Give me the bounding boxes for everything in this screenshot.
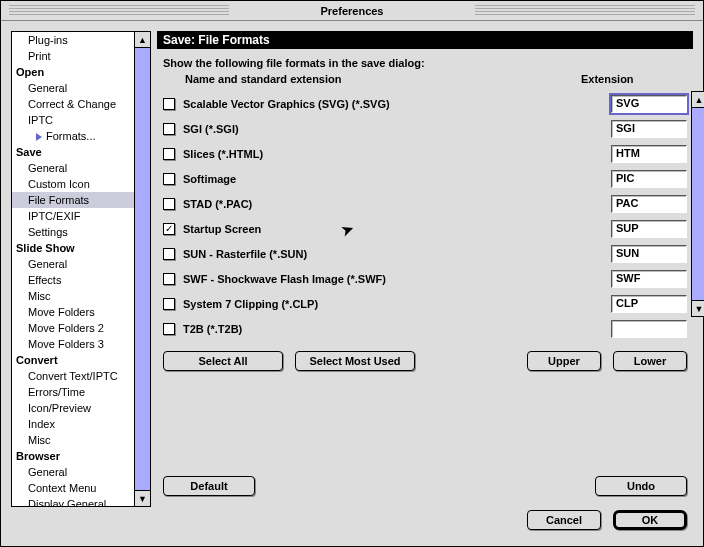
sidebar-item-label: Correct & Change [28, 98, 116, 110]
sidebar-category[interactable]: Save [12, 144, 134, 160]
sidebar-item[interactable]: Move Folders 3 [12, 336, 134, 352]
format-row: SUN - Rasterfile (*.SUN)SUN [163, 241, 687, 266]
sidebar-item-label: Move Folders [28, 306, 95, 318]
column-headers: Name and standard extension Extension [157, 73, 693, 91]
disclosure-triangle-icon [36, 133, 42, 141]
sidebar-item[interactable]: File Formats [12, 192, 134, 208]
sidebar-category[interactable]: Slide Show [12, 240, 134, 256]
format-checkbox[interactable] [163, 198, 175, 210]
sidebar-item[interactable]: Move Folders 2 [12, 320, 134, 336]
sidebar-item[interactable]: General [12, 160, 134, 176]
sidebar-item[interactable]: Effects [12, 272, 134, 288]
sidebar-item-label: General [28, 82, 67, 94]
format-checkbox[interactable] [163, 323, 175, 335]
sidebar-item-label: Move Folders 2 [28, 322, 104, 334]
sidebar-item-label: Convert Text/IPTC [28, 370, 118, 382]
category-sidebar[interactable]: Plug-insPrintOpenGeneralCorrect & Change… [11, 31, 135, 507]
ok-button[interactable]: OK [613, 510, 687, 530]
sidebar-item[interactable]: General [12, 80, 134, 96]
select-all-button[interactable]: Select All [163, 351, 283, 371]
sidebar-item[interactable]: Icon/Preview [12, 400, 134, 416]
sidebar-category[interactable]: Browser [12, 448, 134, 464]
sidebar-item[interactable]: General [12, 464, 134, 480]
format-checkbox[interactable] [163, 173, 175, 185]
sidebar-item[interactable]: IPTC/EXIF [12, 208, 134, 224]
list-scroll-up[interactable]: ▲ [692, 92, 704, 108]
sidebar-item-label: Errors/Time [28, 386, 85, 398]
upper-button[interactable]: Upper [527, 351, 601, 371]
extension-input[interactable]: SWF [611, 270, 687, 288]
sidebar-item[interactable]: Settings [12, 224, 134, 240]
sidebar-item-label: Display General [28, 498, 106, 507]
sidebar-item-label: Formats... [46, 130, 96, 142]
extension-input[interactable] [611, 320, 687, 338]
format-checkbox[interactable] [163, 148, 175, 160]
sidebar-item[interactable]: Print [12, 48, 134, 64]
format-checkbox[interactable] [163, 123, 175, 135]
extension-input[interactable]: CLP [611, 295, 687, 313]
format-checkbox[interactable] [163, 273, 175, 285]
sidebar-item[interactable]: Plug-ins [12, 32, 134, 48]
format-label: SUN - Rasterfile (*.SUN) [183, 248, 603, 260]
sidebar-scroll-down[interactable]: ▼ [135, 490, 150, 506]
sidebar-item[interactable]: Convert Text/IPTC [12, 368, 134, 384]
extension-input[interactable]: SVG [611, 95, 687, 113]
extension-input[interactable]: SUP [611, 220, 687, 238]
sidebar-scroll-up[interactable]: ▲ [135, 32, 150, 48]
list-scroll-down[interactable]: ▼ [692, 300, 704, 316]
format-row: SoftimagePIC [163, 166, 687, 191]
sidebar-item-label: IPTC/EXIF [28, 210, 81, 222]
format-label: SWF - Shockwave Flash Image (*.SWF) [183, 273, 603, 285]
sidebar-category[interactable]: Open [12, 64, 134, 80]
sidebar-item[interactable]: Errors/Time [12, 384, 134, 400]
sidebar-item[interactable]: General [12, 256, 134, 272]
sidebar-item[interactable]: Move Folders [12, 304, 134, 320]
extension-input[interactable]: HTM [611, 145, 687, 163]
extension-input[interactable]: PIC [611, 170, 687, 188]
extension-input[interactable]: SUN [611, 245, 687, 263]
sidebar-item[interactable]: Custom Icon [12, 176, 134, 192]
window-titlebar[interactable]: Preferences [1, 1, 703, 21]
sidebar-scrollbar[interactable]: ▲ ▼ [135, 31, 151, 507]
select-most-used-button[interactable]: Select Most Used [295, 351, 415, 371]
format-checkbox[interactable] [163, 248, 175, 260]
sidebar-category[interactable]: Convert [12, 352, 134, 368]
format-label: SGI (*.SGI) [183, 123, 603, 135]
extension-input[interactable]: PAC [611, 195, 687, 213]
sidebar-item[interactable]: Context Menu [12, 480, 134, 496]
sidebar-item-label: Plug-ins [28, 34, 68, 46]
sidebar-item-label: Misc [28, 290, 51, 302]
sidebar-item[interactable]: Misc [12, 288, 134, 304]
undo-button[interactable]: Undo [595, 476, 687, 496]
sidebar-item[interactable]: Display General [12, 496, 134, 507]
sidebar-item[interactable]: Formats... [12, 128, 134, 144]
sidebar-scroll-track[interactable] [135, 48, 150, 490]
cancel-button[interactable]: Cancel [527, 510, 601, 530]
sidebar-item-label: Settings [28, 226, 68, 238]
lower-button[interactable]: Lower [613, 351, 687, 371]
format-label: T2B (*.T2B) [183, 323, 603, 335]
sidebar-item[interactable]: Correct & Change [12, 96, 134, 112]
extension-input[interactable]: SGI [611, 120, 687, 138]
format-row: Scalable Vector Graphics (SVG) (*.SVG)SV… [163, 91, 687, 116]
default-button[interactable]: Default [163, 476, 255, 496]
sidebar-item-label: Print [28, 50, 51, 62]
format-checkbox[interactable] [163, 98, 175, 110]
format-list-scrollbar[interactable]: ▲ ▼ [691, 91, 704, 317]
sidebar-item[interactable]: Index [12, 416, 134, 432]
preferences-window: Preferences Plug-insPrintOpenGeneralCorr… [0, 0, 704, 547]
sidebar-item-label: IPTC [28, 114, 53, 126]
format-row: STAD (*.PAC)PAC [163, 191, 687, 216]
sidebar-item[interactable]: IPTC [12, 112, 134, 128]
format-checkbox[interactable]: ✓ [163, 223, 175, 235]
list-scroll-track[interactable] [692, 108, 704, 300]
format-checkbox[interactable] [163, 298, 175, 310]
window-body: Plug-insPrintOpenGeneralCorrect & Change… [1, 21, 703, 546]
sidebar-wrap: Plug-insPrintOpenGeneralCorrect & Change… [11, 31, 151, 536]
format-label: STAD (*.PAC) [183, 198, 603, 210]
sidebar-item[interactable]: Misc [12, 432, 134, 448]
selection-button-row: Select All Select Most Used Upper Lower [157, 341, 693, 381]
format-row: ✓Startup ScreenSUP [163, 216, 687, 241]
bottom-button-area: Default Undo Cancel OK [157, 470, 693, 536]
sidebar-item-label: Context Menu [28, 482, 96, 494]
